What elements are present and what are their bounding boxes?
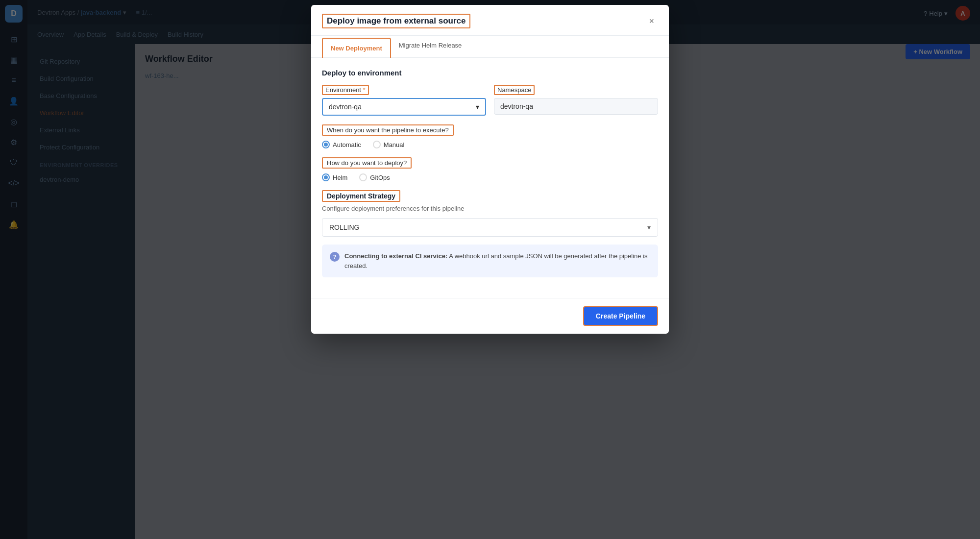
namespace-label: Namespace <box>494 85 535 95</box>
pipeline-execution-options: Automatic Manual <box>322 141 658 148</box>
pipeline-execution-label: When do you want the pipeline to execute… <box>322 124 454 136</box>
info-box: ? Connecting to external CI service: A w… <box>322 245 658 277</box>
helm-radio[interactable] <box>322 173 330 181</box>
deploy-modal: Deploy image from external source × New … <box>311 5 669 334</box>
strategy-chevron-icon: ▾ <box>647 223 651 231</box>
gitops-radio[interactable] <box>359 173 367 181</box>
deployment-strategy-label: Deployment Strategy <box>322 190 400 202</box>
tab-new-deployment[interactable]: New Deployment <box>322 38 391 58</box>
deploy-method-label: How do you want to deploy? <box>322 157 412 169</box>
info-question-icon: ? <box>330 252 340 262</box>
automatic-radio[interactable] <box>322 141 330 148</box>
environment-select[interactable]: devtron-qa ▾ <box>322 98 486 116</box>
automatic-option[interactable]: Automatic <box>322 141 361 148</box>
modal-header: Deploy image from external source × <box>311 5 669 36</box>
modal-overlay: Deploy image from external source × New … <box>0 0 980 539</box>
modal-body: Deploy to environment Environment * devt… <box>311 58 669 298</box>
environment-namespace-row: Environment * devtron-qa ▾ Namespace dev… <box>322 85 658 116</box>
tab-migrate-helm[interactable]: Migrate Helm Release <box>391 36 470 58</box>
strategy-description: Configure deployment preferences for thi… <box>322 205 658 212</box>
helm-option[interactable]: Helm <box>322 173 347 181</box>
modal-tabs: New Deployment Migrate Helm Release <box>311 36 669 58</box>
required-marker: * <box>363 86 366 94</box>
create-pipeline-button[interactable]: Create Pipeline <box>583 306 658 326</box>
manual-radio[interactable] <box>373 141 381 148</box>
namespace-group: Namespace devtron-qa <box>494 85 658 116</box>
environment-chevron-icon: ▾ <box>476 103 479 111</box>
modal-footer: Create Pipeline <box>311 298 669 334</box>
environment-group: Environment * devtron-qa ▾ <box>322 85 486 116</box>
deployment-strategy-section: Deployment Strategy Configure deployment… <box>322 190 658 237</box>
deploy-section-title: Deploy to environment <box>322 69 658 77</box>
gitops-option[interactable]: GitOps <box>359 173 390 181</box>
environment-label: Environment * <box>322 85 369 95</box>
info-text: Connecting to external CI service: A web… <box>344 251 650 270</box>
namespace-input: devtron-qa <box>494 98 658 115</box>
deploy-method-group: How do you want to deploy? Helm GitOps <box>322 157 658 181</box>
strategy-select-text: ROLLING <box>329 223 359 231</box>
modal-close-button[interactable]: × <box>645 14 658 28</box>
manual-option[interactable]: Manual <box>373 141 405 148</box>
pipeline-execution-group: When do you want the pipeline to execute… <box>322 124 658 148</box>
deploy-method-options: Helm GitOps <box>322 173 658 181</box>
modal-title: Deploy image from external source <box>322 14 470 28</box>
strategy-select[interactable]: ROLLING ▾ <box>322 218 658 237</box>
